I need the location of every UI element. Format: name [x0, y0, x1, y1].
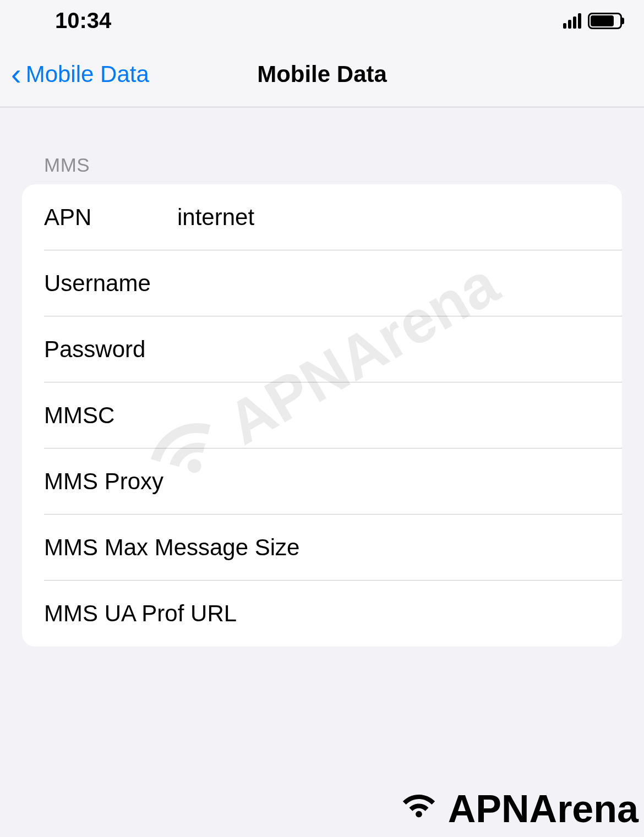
settings-group-mms: APN Username Password MMSC MMS Proxy MMS… [22, 184, 622, 647]
row-username[interactable]: Username [22, 250, 622, 316]
row-apn[interactable]: APN [22, 184, 622, 250]
row-mmsc[interactable]: MMSC [22, 382, 622, 448]
mms-proxy-input[interactable] [163, 468, 600, 495]
cellular-signal-icon [563, 13, 581, 29]
field-label-username: Username [44, 270, 177, 297]
row-mms-proxy[interactable]: MMS Proxy [22, 448, 622, 515]
row-mms-max-size[interactable]: MMS Max Message Size [22, 515, 622, 581]
status-indicators [563, 13, 622, 29]
row-password[interactable]: Password [22, 316, 622, 382]
field-label-mms-ua-prof: MMS UA Prof URL [44, 600, 237, 627]
navigation-bar: ‹ Mobile Data Mobile Data [0, 41, 644, 107]
status-bar: 10:34 [0, 0, 644, 41]
section-header-mms: MMS [0, 107, 644, 184]
battery-icon [588, 13, 622, 29]
field-label-password: Password [44, 336, 177, 363]
mms-ua-prof-input[interactable] [237, 600, 600, 627]
mmsc-input[interactable] [177, 402, 600, 429]
apn-input[interactable] [177, 204, 600, 231]
field-label-mmsc: MMSC [44, 402, 177, 429]
username-input[interactable] [177, 270, 600, 297]
status-time: 10:34 [55, 8, 111, 33]
field-label-mms-proxy: MMS Proxy [44, 468, 163, 495]
wifi-icon [394, 785, 444, 833]
field-label-apn: APN [44, 204, 177, 231]
page-title: Mobile Data [257, 61, 387, 87]
footer-watermark: APNArena [394, 785, 638, 833]
back-button-label: Mobile Data [26, 61, 149, 87]
field-label-mms-max-size: MMS Max Message Size [44, 534, 299, 561]
chevron-left-icon: ‹ [11, 59, 21, 90]
row-mms-ua-prof[interactable]: MMS UA Prof URL [22, 581, 622, 647]
password-input[interactable] [177, 336, 600, 363]
mms-max-size-input[interactable] [299, 534, 600, 561]
back-button[interactable]: ‹ Mobile Data [0, 59, 149, 90]
footer-watermark-text: APNArena [448, 787, 638, 831]
